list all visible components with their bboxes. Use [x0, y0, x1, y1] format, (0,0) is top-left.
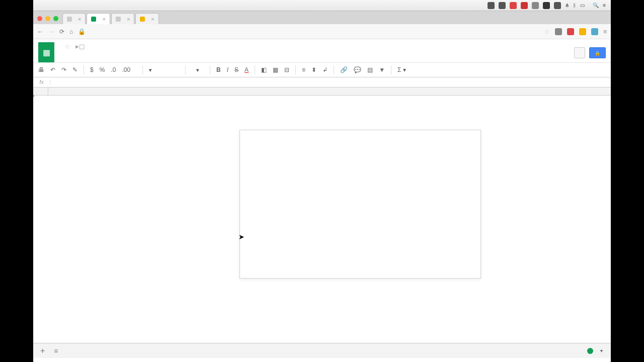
home-button[interactable]: ⌂	[69, 28, 73, 35]
secure-lock-icon[interactable]: 🔒	[78, 28, 86, 35]
chrome-tab-strip: × × × ×	[33, 11, 611, 24]
functions-icon[interactable]: Σ ▾	[397, 66, 406, 73]
notification-center-icon[interactable]: ≡	[603, 3, 606, 8]
menulet-icon[interactable]	[554, 2, 561, 9]
chrome-menu-icon[interactable]: ≡	[603, 28, 607, 35]
extension-icon[interactable]	[591, 28, 598, 35]
close-tab-icon[interactable]: ×	[102, 16, 105, 22]
paint-format-icon[interactable]: ✎	[72, 66, 77, 73]
mac-menulets: ⋔ ᛒ ▭ 🔍 ≡	[488, 2, 606, 9]
insert-link-icon[interactable]: 🔗	[340, 66, 348, 73]
sheets-logo-icon[interactable]: ▦	[38, 42, 54, 62]
folder-icon[interactable]: ▸◻	[75, 42, 85, 50]
filter-icon[interactable]: ▼	[379, 66, 385, 73]
menulet-icon[interactable]	[488, 2, 495, 9]
spotlight-icon[interactable]: 🔍	[593, 3, 599, 8]
italic-icon[interactable]: I	[227, 66, 228, 73]
comments-button[interactable]	[574, 47, 585, 58]
print-icon[interactable]: 🖶	[38, 66, 44, 73]
format-percent-icon[interactable]: %	[100, 66, 105, 73]
add-sheet-button[interactable]: +	[37, 346, 48, 355]
merge-cells-icon[interactable]: ⊟	[284, 66, 289, 73]
bluetooth-icon[interactable]: ᛒ	[573, 3, 576, 8]
reload-button[interactable]: ⟳	[59, 28, 64, 35]
favicon-icon	[140, 17, 145, 22]
browser-tab[interactable]: ×	[87, 13, 110, 24]
menulet-icon[interactable]	[510, 2, 517, 9]
favicon-icon	[91, 17, 96, 22]
insert-comment-icon[interactable]: 💬	[354, 66, 361, 73]
strikethrough-icon[interactable]: S	[234, 66, 238, 73]
status-ok-icon	[587, 348, 593, 354]
docs-header: ▦ ☆ ▸◻	[33, 39, 611, 62]
text-color-icon[interactable]: A	[245, 66, 249, 73]
share-button[interactable]: 🔒	[589, 47, 606, 58]
increase-decimal-icon[interactable]: .00	[122, 66, 130, 73]
close-tab-icon[interactable]: ×	[151, 16, 154, 22]
close-tab-icon[interactable]: ×	[78, 16, 81, 22]
favicon-icon	[116, 17, 121, 22]
formula-bar: fx	[33, 77, 611, 87]
sheet-tab-bar: + ≡ ▾	[33, 343, 611, 358]
format-currency-icon[interactable]: $	[90, 66, 94, 73]
menulet-icon[interactable]	[499, 2, 506, 9]
wifi-icon[interactable]: ⋔	[565, 3, 569, 8]
halign-icon[interactable]: ≡	[302, 66, 305, 73]
window-controls	[34, 16, 62, 24]
select-all-corner[interactable]	[33, 87, 48, 95]
embedded-chart[interactable]	[239, 130, 481, 279]
menulet-icon[interactable]	[532, 2, 539, 9]
chrome-toolbar: ← → ⟳ ⌂ 🔒 ☆ ≡	[33, 24, 611, 39]
favicon-icon	[67, 17, 72, 22]
chart-title	[240, 130, 480, 137]
redo-icon[interactable]: ↷	[61, 66, 66, 73]
bookmark-star-icon[interactable]: ☆	[544, 28, 550, 35]
quicksum[interactable]: ▾	[596, 348, 607, 353]
selection-range	[33, 96, 34, 97]
browser-tab[interactable]: ×	[62, 13, 86, 24]
fill-color-icon[interactable]: ◧	[261, 66, 267, 73]
star-icon[interactable]: ☆	[64, 43, 70, 50]
font-family-select[interactable]: ▾	[149, 67, 179, 73]
close-window-icon[interactable]	[37, 16, 42, 21]
minimize-window-icon[interactable]	[45, 16, 50, 21]
extension-icon[interactable]	[579, 28, 586, 35]
close-tab-icon[interactable]: ×	[127, 16, 130, 22]
donut-chart	[275, 152, 386, 263]
borders-icon[interactable]: ▦	[273, 66, 278, 73]
browser-tab[interactable]: ×	[111, 13, 134, 24]
formatting-toolbar: 🖶 ↶ ↷ ✎ $ % .0 .00 ▾ ▾ B I S A ◧ ▦ ⊟ ≡ ⬍…	[33, 62, 611, 77]
browser-tab[interactable]: ×	[135, 13, 158, 24]
decrease-decimal-icon[interactable]: .0	[111, 66, 116, 73]
forward-button[interactable]: →	[48, 28, 54, 35]
spreadsheet-grid[interactable]: ➤	[33, 87, 611, 335]
undo-icon[interactable]: ↶	[50, 66, 55, 73]
menulet-icon[interactable]	[521, 2, 528, 9]
bold-icon[interactable]: B	[216, 66, 221, 73]
all-sheets-button[interactable]: ≡	[51, 347, 61, 355]
mac-menubar: ⋔ ᛒ ▭ 🔍 ≡	[33, 0, 611, 11]
extension-icon[interactable]	[555, 28, 562, 35]
valign-icon[interactable]: ⬍	[311, 66, 316, 73]
menulet-icon[interactable]	[543, 2, 550, 9]
back-button[interactable]: ←	[37, 28, 43, 35]
battery-icon[interactable]: ▭	[580, 3, 585, 8]
fx-icon: fx	[33, 79, 50, 85]
insert-chart-icon[interactable]: ▤	[367, 66, 373, 73]
zoom-window-icon[interactable]	[53, 16, 58, 21]
extension-icon[interactable]	[567, 28, 574, 35]
font-size-select[interactable]: ▾	[192, 67, 204, 73]
wrap-icon[interactable]: ↲	[323, 66, 328, 73]
